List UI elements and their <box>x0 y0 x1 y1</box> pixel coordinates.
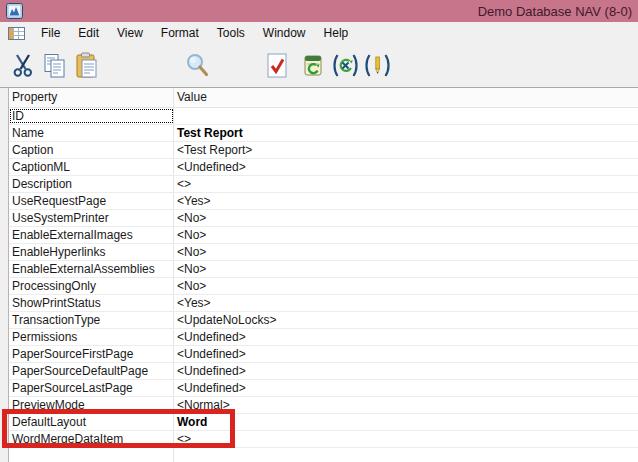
property-row[interactable]: EnableHyperlinks <No> <box>9 244 638 261</box>
property-row[interactable]: Description <> <box>9 176 638 193</box>
find-button[interactable] <box>182 50 212 82</box>
property-cell[interactable]: ID <box>9 108 174 124</box>
property-cell[interactable]: ShowPrintStatus <box>9 295 174 311</box>
search-icon <box>184 52 211 79</box>
property-cell[interactable]: PaperSourceFirstPage <box>9 346 174 362</box>
value-cell[interactable]: <No> <box>174 261 638 277</box>
property-row[interactable]: Permissions <Undefined> <box>9 329 638 346</box>
value-cell[interactable]: <No> <box>174 278 638 294</box>
property-cell[interactable]: TransactionType <box>9 312 174 328</box>
value-cell[interactable]: <No> <box>174 244 638 260</box>
value-cell[interactable]: <> <box>174 176 638 192</box>
value-cell[interactable]: <Test Report> <box>174 142 638 158</box>
grid-rows: ID Name Test Report Caption <Test Report… <box>9 108 638 448</box>
menu-tools[interactable]: Tools <box>208 23 254 43</box>
property-row[interactable]: UseRequestPage <Yes> <box>9 193 638 210</box>
column-header-value: Value <box>174 88 638 107</box>
paste-button[interactable] <box>72 50 102 82</box>
window-title: Demo Database NAV (8-0) <box>478 4 634 19</box>
cut-button[interactable] <box>8 50 38 82</box>
value-cell[interactable]: <Undefined> <box>174 363 638 379</box>
property-cell[interactable]: Caption <box>9 142 174 158</box>
menu-file[interactable]: File <box>32 23 69 43</box>
paste-icon <box>75 52 100 79</box>
menu-view[interactable]: View <box>108 23 152 43</box>
import-data-button[interactable] <box>298 50 328 82</box>
property-row[interactable]: EnableExternalImages <No> <box>9 227 638 244</box>
property-row[interactable]: WordMergeDataItem <> <box>9 431 638 448</box>
value-cell[interactable]: <> <box>174 431 638 447</box>
property-cell[interactable]: Description <box>9 176 174 192</box>
locals-button[interactable] <box>362 50 392 82</box>
locals-pencil-icon <box>363 53 392 78</box>
property-row[interactable]: ProcessingOnly <No> <box>9 278 638 295</box>
value-cell[interactable]: <No> <box>174 210 638 226</box>
property-cell[interactable]: WordMergeDataItem <box>9 431 174 447</box>
property-cell[interactable]: PaperSourceLastPage <box>9 380 174 396</box>
check-document-button[interactable] <box>262 50 292 82</box>
value-cell[interactable]: Test Report <box>174 125 638 141</box>
value-cell[interactable]: <Undefined> <box>174 329 638 345</box>
property-cell[interactable]: UseRequestPage <box>9 193 174 209</box>
value-cell[interactable]: <Normal> <box>174 397 638 413</box>
property-row[interactable]: Caption <Test Report> <box>9 142 638 159</box>
value-cell[interactable]: <Undefined> <box>174 159 638 175</box>
property-row[interactable]: PaperSourceDefaultPage <Undefined> <box>9 363 638 380</box>
value-cell[interactable]: <No> <box>174 227 638 243</box>
copy-icon <box>43 53 68 79</box>
property-row[interactable]: DefaultLayout Word <box>9 414 638 431</box>
value-cell[interactable]: <Yes> <box>174 295 638 311</box>
value-cell[interactable] <box>174 108 638 124</box>
menu-edit[interactable]: Edit <box>69 23 108 43</box>
property-row[interactable]: ID <box>9 108 638 125</box>
value-cell[interactable]: <Undefined> <box>174 346 638 362</box>
copy-button[interactable] <box>40 50 70 82</box>
column-header-property: Property <box>9 88 174 107</box>
value-cell[interactable]: <UpdateNoLocks> <box>174 312 638 328</box>
property-row[interactable]: Name Test Report <box>9 125 638 142</box>
property-cell[interactable]: ProcessingOnly <box>9 278 174 294</box>
check-document-icon <box>266 53 289 79</box>
property-row[interactable]: PaperSourceFirstPage <Undefined> <box>9 346 638 363</box>
property-cell[interactable]: DefaultLayout <box>9 414 174 430</box>
row-gutter <box>0 88 9 462</box>
document-window-icon[interactable] <box>8 27 25 40</box>
menu-bar: File Edit View Format Tools Window Help <box>0 22 638 44</box>
property-cell[interactable]: Permissions <box>9 329 174 345</box>
property-row[interactable]: TransactionType <UpdateNoLocks> <box>9 312 638 329</box>
toolbar <box>0 44 638 88</box>
property-cell[interactable]: EnableExternalImages <box>9 227 174 243</box>
property-row[interactable]: PaperSourceLastPage <Undefined> <box>9 380 638 397</box>
cut-icon <box>12 53 34 78</box>
property-cell[interactable]: UseSystemPrinter <box>9 210 174 226</box>
property-cell[interactable]: EnableExternalAssemblies <box>9 261 174 277</box>
symbol-menu-icon <box>331 53 360 78</box>
symbol-menu-button[interactable] <box>330 50 360 82</box>
property-row[interactable]: EnableExternalAssemblies <No> <box>9 261 638 278</box>
property-cell[interactable]: PreviewMode <box>9 397 174 413</box>
property-row[interactable]: ShowPrintStatus <Yes> <box>9 295 638 312</box>
property-row[interactable]: PreviewMode <Normal> <box>9 397 638 414</box>
value-cell[interactable]: <Yes> <box>174 193 638 209</box>
grid-header: Property Value <box>9 88 638 108</box>
property-cell[interactable]: PaperSourceDefaultPage <box>9 363 174 379</box>
property-cell[interactable]: CaptionML <box>9 159 174 175</box>
value-cell[interactable]: Word <box>174 414 638 430</box>
property-row[interactable]: UseSystemPrinter <No> <box>9 210 638 227</box>
value-cell[interactable]: <Undefined> <box>174 380 638 396</box>
empty-property-cell <box>9 448 174 462</box>
import-database-icon <box>303 54 324 78</box>
empty-row <box>9 448 638 462</box>
menu-window[interactable]: Window <box>254 23 315 43</box>
property-cell[interactable]: EnableHyperlinks <box>9 244 174 260</box>
property-grid: Property Value ID Name Test Report Capti… <box>9 88 638 462</box>
property-row[interactable]: CaptionML <Undefined> <box>9 159 638 176</box>
nav-app-icon <box>6 3 23 19</box>
title-bar[interactable]: Demo Database NAV (8-0) <box>0 0 638 22</box>
menu-help[interactable]: Help <box>315 23 358 43</box>
menu-format[interactable]: Format <box>152 23 208 43</box>
property-sheet: Property Value ID Name Test Report Capti… <box>0 88 638 462</box>
property-cell[interactable]: Name <box>9 125 174 141</box>
